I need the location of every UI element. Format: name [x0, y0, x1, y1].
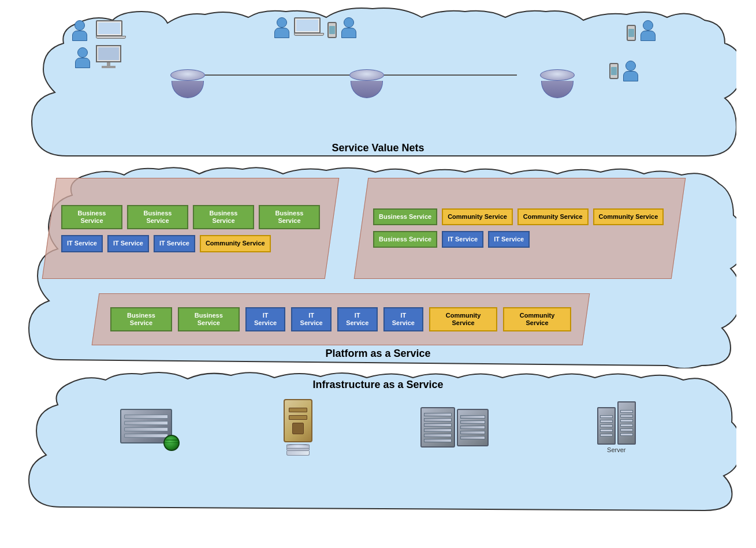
laptop-icon-2 [294, 17, 323, 38]
service-business-1: Business Service [61, 205, 122, 229]
paas-section: Business Service Business Service Busine… [20, 163, 736, 368]
hub-1 [170, 69, 205, 98]
svn-group-3 [627, 20, 656, 41]
service-community-3: Community Service [517, 208, 588, 225]
person-icon-2 [75, 47, 90, 68]
svn-right-devices [609, 61, 638, 81]
platform-1-bottom-row: IT Service IT Service IT Service Communi… [61, 235, 271, 252]
phone-icon-3 [609, 63, 619, 79]
service-it-9: IT Service [383, 307, 423, 331]
service-it-2: IT Service [107, 235, 148, 252]
service-business-4: Business Service [259, 205, 320, 229]
svn-label: Service Value Nets [20, 142, 736, 154]
main-container: Service Value Nets Business Service Busi… [0, 0, 756, 548]
connection-line-2-3 [384, 74, 517, 76]
service-business-6: Business Service [373, 232, 437, 248]
service-it-6: IT Service [245, 307, 285, 331]
infra-tower [284, 399, 312, 456]
service-it-5: IT Service [488, 232, 530, 248]
infra-icons-row: Server [66, 399, 690, 456]
svn-content [55, 14, 702, 127]
service-business-5: Business Service [373, 208, 437, 225]
laptop-icon-1 [96, 20, 125, 41]
svn-group-2 [274, 17, 356, 38]
phone-icon-1 [327, 22, 337, 38]
svn-group-1 [72, 20, 125, 68]
platform-2-top-row: Business Service Community Service Commu… [373, 208, 664, 225]
platform-2: Business Service Community Service Commu… [353, 178, 686, 279]
globe-badge [163, 435, 180, 451]
service-community-6: Community Service [503, 307, 571, 331]
platform-1: Business Service Business Service Busine… [42, 178, 339, 279]
platform-2-inner: Business Service Community Service Commu… [373, 208, 664, 248]
person-icon-1 [72, 20, 87, 41]
svn-section: Service Value Nets [20, 6, 736, 165]
connection-line-1-2 [205, 74, 349, 76]
service-business-2: Business Service [127, 205, 188, 229]
platform-3-inner: Business Service Business Service IT Ser… [110, 307, 571, 331]
service-it-7: IT Service [291, 307, 332, 331]
person-icon-5 [640, 20, 656, 41]
service-community-1: Community Service [199, 235, 270, 252]
infra-rack-globe [120, 409, 175, 446]
platform-1-inner: Business Service Business Service Busine… [61, 205, 320, 252]
service-it-1: IT Service [61, 235, 103, 252]
paas-label: Platform as a Service [20, 348, 736, 360]
platform-1-top-row: Business Service Business Service Busine… [61, 205, 320, 229]
service-community-2: Community Service [442, 208, 513, 225]
service-it-3: IT Service [153, 235, 195, 252]
platform-2-bottom-row: Business Service IT Service IT Service [373, 232, 530, 248]
service-business-7: Business Service [110, 307, 172, 331]
iaas-label: Infrastructure as a Service [20, 379, 736, 391]
service-business-8: Business Service [177, 307, 239, 331]
iaas-section: Infrastructure as a Service [20, 367, 736, 515]
person-icon-3 [274, 17, 289, 38]
server-label: Server [607, 446, 625, 453]
infra-rack-towers: Server [597, 401, 636, 453]
person-icon-6 [623, 61, 638, 81]
infra-blade [420, 407, 489, 448]
desktop-icon-1 [96, 45, 121, 68]
platform-3: Business Service Business Service IT Ser… [91, 293, 590, 345]
service-it-4: IT Service [442, 232, 483, 248]
service-community-5: Community Service [429, 307, 497, 331]
person-icon-4 [341, 17, 356, 38]
service-it-8: IT Service [337, 307, 377, 331]
service-community-4: Community Service [593, 208, 664, 225]
phone-icon-2 [627, 25, 636, 41]
service-business-3: Business Service [193, 205, 254, 229]
hub-2 [349, 69, 384, 98]
hub-3 [540, 69, 575, 98]
